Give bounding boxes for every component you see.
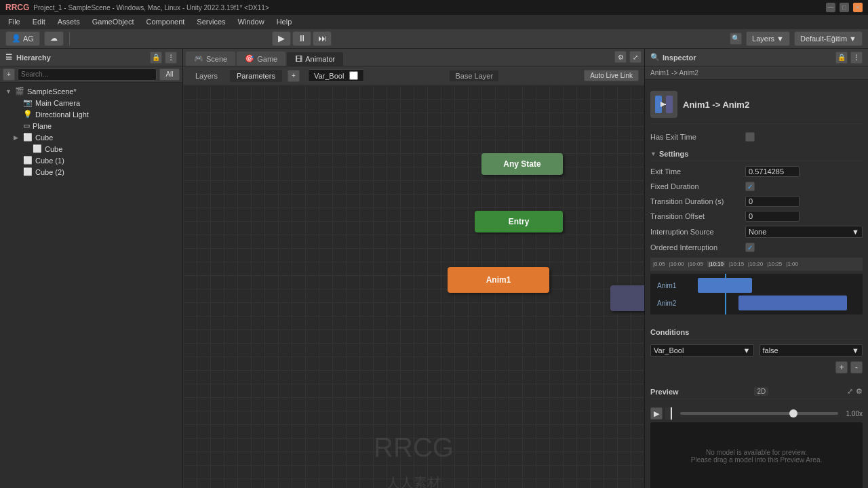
transition-name-block: Anim1 -> Anim2 [683,100,749,110]
plane-icon: ▭ [23,121,30,130]
exit-time-row: Exit Time [650,164,863,179]
base-layer-label: Base Layer [450,70,498,81]
cube-icon: ⬜ [33,144,42,153]
titlebar-right: — □ ✕ [826,3,863,12]
param-add-button[interactable]: + [288,70,300,82]
exit-time-input[interactable] [745,166,800,177]
play-button[interactable]: ▶ [272,31,291,46]
transition-duration-input[interactable] [745,196,800,207]
timeline-area: |0.05 |10:00 |10:05 |10:10 |10:15 |10:20… [650,255,863,317]
window-title: Project_1 - SampleScene - Windows, Mac, … [33,4,269,12]
has-exit-time-checkbox[interactable] [745,132,755,142]
node-anim2[interactable]: Anim2 [610,285,644,311]
inspector-title: Inspector [663,54,696,62]
inspector-more-button[interactable]: ⋮ [850,52,863,64]
dropdown-arrow-icon: ▼ [852,228,859,236]
hierarchy-item-cube[interactable]: ▶ ⬜ Cube [0,131,182,143]
node-entry[interactable]: Entry [475,211,563,232]
tab-game[interactable]: 🎯 Game [237,52,285,66]
layout-chevron-icon: ▼ [849,35,856,43]
menu-help[interactable]: Help [271,16,298,27]
track-anim1-label: Anim1 [657,282,698,289]
scene-icon: 🎬 [15,87,24,96]
fixed-duration-checkbox[interactable] [745,182,755,191]
layout-button[interactable]: Default-Eğitim ▼ [794,31,863,46]
tree-label: Cube [35,134,53,142]
preview-timeline-cursor [665,407,672,420]
account-button[interactable]: 👤 AG [5,31,40,46]
hierarchy-item-directional-light[interactable]: 💡 Directional Light [0,108,182,120]
preview-canvas: No model is available for preview. Pleas… [650,422,863,488]
menu-assets[interactable]: Assets [52,16,85,27]
search-button[interactable]: 🔍 [730,33,742,45]
conditions-section: Conditions Var_Bool ▼ false ▼ [650,317,863,379]
condition-add-button[interactable]: + [835,361,848,373]
transition-offset-row: Transition Offset [650,209,863,224]
menu-component[interactable]: Component [140,16,190,27]
condition-row: Var_Bool ▼ false ▼ [650,342,863,359]
animator-settings-button[interactable]: ⚙ [614,51,627,63]
condition-var-dropdown[interactable]: Var_Bool ▼ [650,344,754,357]
preview-play-button[interactable]: ▶ [650,407,663,420]
cube-icon: ⬜ [23,156,33,165]
hierarchy-add-button[interactable]: + [3,68,15,81]
settings-section-header[interactable]: ▼ Settings [650,147,863,161]
maximize-button[interactable]: □ [840,3,849,12]
close-button[interactable]: ✕ [853,3,863,12]
animator-tab-parameters[interactable]: Parameters [230,70,282,82]
cond-var-arrow-icon: ▼ [743,346,751,354]
settings-arrow-icon: ▼ [650,150,656,157]
menu-edit[interactable]: Edit [27,16,51,27]
hierarchy-item-main-camera[interactable]: 📷 Main Camera [0,97,182,108]
preview-header: Preview 2D ⤢ ⚙ [650,384,863,399]
hierarchy-item-cube-child[interactable]: ⬜ Cube [0,143,182,155]
conditions-controls: + - [650,361,863,373]
tab-scene[interactable]: 🎮 Scene [186,52,235,66]
hierarchy-item-plane[interactable]: ▭ Plane [0,120,182,131]
condition-value-dropdown[interactable]: false ▼ [760,344,863,357]
hierarchy-item-samplescene[interactable]: ▼ 🎬 SampleScene* [0,85,182,97]
hierarchy-all-button[interactable]: All [159,68,180,81]
animator-canvas[interactable]: RRCG人人素材 [183,85,644,488]
preview-speed-slider[interactable] [680,412,838,415]
menu-window[interactable]: Window [233,16,270,27]
hierarchy-search-input[interactable] [18,68,157,81]
preview-message: No model is available for preview. Pleas… [691,449,822,464]
transition-offset-input[interactable] [745,211,800,222]
preview-settings-icon[interactable]: ⚙ [856,387,863,396]
toolbar-right: 🔍 Layers ▼ Default-Eğitim ▼ [730,31,863,46]
minimize-button[interactable]: — [826,3,835,12]
tab-animator[interactable]: 🎞 Animator [287,52,343,66]
menu-services[interactable]: Services [191,16,231,27]
hierarchy-more-button[interactable]: ⋮ [165,52,177,64]
hierarchy-lock-button[interactable]: 🔒 [150,52,162,64]
track-anim2-label: Anim2 [657,300,698,307]
interruption-source-dropdown[interactable]: None ▼ [745,226,863,238]
animator-area: 🎮 Scene 🎯 Game 🎞 Animator ⚙ ⤢ [183,49,644,488]
track-anim2-bar-area [698,296,856,310]
hierarchy-item-cube-2[interactable]: ⬜ Cube (2) [0,166,182,178]
has-exit-time-row: Has Exit Time [650,129,863,144]
menu-gameobject[interactable]: GameObject [87,16,140,27]
menu-file[interactable]: File [3,16,26,27]
hierarchy-item-cube-1[interactable]: ⬜ Cube (1) [0,155,182,166]
pause-button[interactable]: ⏸ [292,31,311,46]
node-any-state[interactable]: Any State [481,153,563,175]
node-anim1[interactable]: Anim1 [448,267,549,293]
transition-icon [650,91,677,118]
ordered-interruption-checkbox[interactable] [745,243,755,252]
auto-live-link-button[interactable]: Auto Live Link [584,70,639,81]
step-button[interactable]: ⏭ [313,31,332,46]
track-anim1-container: Anim1 [657,278,856,293]
cloud-button[interactable]: ☁ [44,31,64,46]
animator-tab-layers[interactable]: Layers [189,70,224,82]
hierarchy-icon: ☰ [5,53,12,62]
inspector-lock-button[interactable]: 🔒 [835,52,848,64]
layers-button[interactable]: Layers ▼ [746,31,790,46]
var-bool-checkbox[interactable] [349,71,358,80]
condition-remove-button[interactable]: - [850,361,863,373]
var-bool-param[interactable]: Var_Bool [308,69,364,82]
timeline-ruler: |0.05 |10:00 |10:05 |10:10 |10:15 |10:20… [650,258,863,271]
animator-maximize-button[interactable]: ⤢ [629,51,642,63]
preview-expand-icon[interactable]: ⤢ [847,387,853,396]
